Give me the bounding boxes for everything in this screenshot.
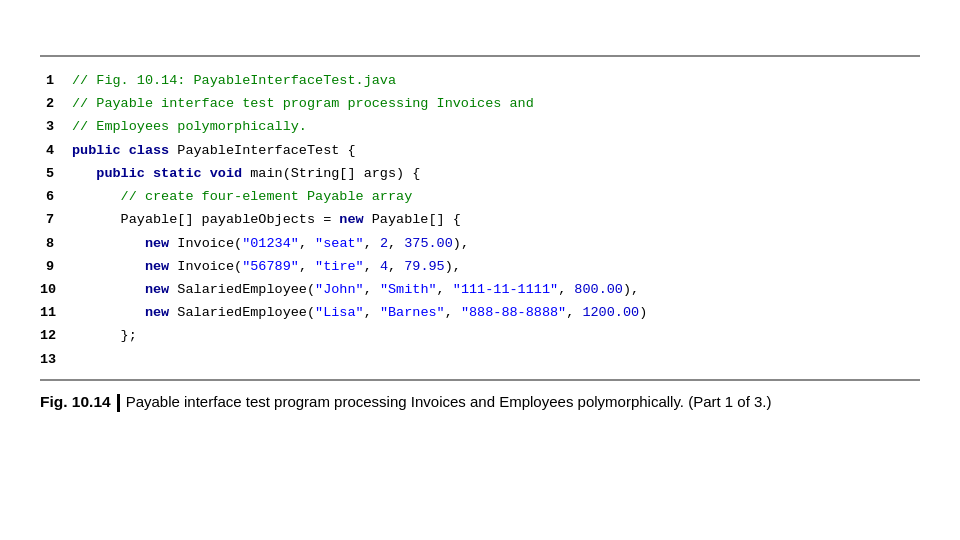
code-segment: ), <box>623 278 639 301</box>
code-segment: Invoice( <box>169 232 242 255</box>
line-number: 3 <box>40 115 72 138</box>
code-segment: "seat" <box>315 232 364 255</box>
code-segment: Payable[] payableObjects = <box>72 208 339 231</box>
line-number: 6 <box>40 185 72 208</box>
line-number: 5 <box>40 162 72 185</box>
code-line: 3// Employees polymorphically. <box>40 115 920 138</box>
code-segment: , <box>445 301 461 324</box>
code-segment: 2 <box>380 232 388 255</box>
line-number: 8 <box>40 232 72 255</box>
code-segment: // create four-element Payable array <box>121 185 413 208</box>
code-line: 6 // create four-element Payable array <box>40 185 920 208</box>
code-segment: new <box>145 301 169 324</box>
code-segment: ) <box>639 301 647 324</box>
code-segment: , <box>437 278 453 301</box>
code-segment: 1200.00 <box>582 301 639 324</box>
code-segment: main(String[] args) { <box>242 162 420 185</box>
code-segment: SalariedEmployee( <box>169 301 315 324</box>
code-segment: // Employees polymorphically. <box>72 115 307 138</box>
code-segment: public static void <box>96 162 242 185</box>
code-line: 4public class PayableInterfaceTest { <box>40 139 920 162</box>
code-segment <box>72 185 121 208</box>
bottom-rule <box>40 379 920 381</box>
code-segment: 79.95 <box>404 255 445 278</box>
code-line: 5 public static void main(String[] args)… <box>40 162 920 185</box>
code-segment <box>72 278 145 301</box>
caption-fig: Fig. 10.14 <box>40 393 111 410</box>
code-line: 11 new SalariedEmployee("Lisa", "Barnes"… <box>40 301 920 324</box>
code-segment: "888-88-8888" <box>461 301 566 324</box>
code-segment: , <box>299 232 315 255</box>
code-segment: "01234" <box>242 232 299 255</box>
line-number: 11 <box>40 301 72 324</box>
caption-bar <box>117 394 120 412</box>
code-segment: "111-11-1111" <box>453 278 558 301</box>
code-line: 12 }; <box>40 324 920 347</box>
code-segment: 800.00 <box>574 278 623 301</box>
page: 1// Fig. 10.14: PayableInterfaceTest.jav… <box>0 55 960 540</box>
code-segment: , <box>299 255 315 278</box>
code-segment: ), <box>453 232 469 255</box>
code-segment: public class <box>72 139 169 162</box>
code-line: 9 new Invoice("56789", "tire", 4, 79.95)… <box>40 255 920 278</box>
code-segment: , <box>388 232 404 255</box>
code-segment: Payable[] { <box>364 208 461 231</box>
code-segment: new <box>145 278 169 301</box>
code-segment: "tire" <box>315 255 364 278</box>
line-number: 7 <box>40 208 72 231</box>
code-segment: }; <box>72 324 137 347</box>
code-segment: 375.00 <box>404 232 453 255</box>
code-segment: new <box>145 232 169 255</box>
code-line: 13 <box>40 348 920 371</box>
code-segment: // Fig. 10.14: PayableInterfaceTest.java <box>72 69 396 92</box>
code-segment: 4 <box>380 255 388 278</box>
caption-text: Payable interface test program processin… <box>126 393 772 410</box>
code-segment <box>72 301 145 324</box>
code-segment: SalariedEmployee( <box>169 278 315 301</box>
code-segment: ), <box>445 255 461 278</box>
code-line: 7 Payable[] payableObjects = new Payable… <box>40 208 920 231</box>
code-segment: , <box>558 278 574 301</box>
code-segment: , <box>388 255 404 278</box>
line-number: 2 <box>40 92 72 115</box>
caption: Fig. 10.14Payable interface test program… <box>40 391 920 413</box>
code-segment: "Smith" <box>380 278 437 301</box>
code-segment: "56789" <box>242 255 299 278</box>
line-number: 12 <box>40 324 72 347</box>
line-number: 10 <box>40 278 72 301</box>
code-segment <box>72 162 96 185</box>
code-segment <box>72 232 145 255</box>
code-segment: new <box>145 255 169 278</box>
code-segment: "John" <box>315 278 364 301</box>
code-segment <box>72 255 145 278</box>
code-line: 2// Payable interface test program proce… <box>40 92 920 115</box>
line-number: 9 <box>40 255 72 278</box>
code-segment: , <box>364 278 380 301</box>
code-segment: , <box>364 301 380 324</box>
code-segment: new <box>339 208 363 231</box>
code-segment: , <box>364 232 380 255</box>
code-line: 10 new SalariedEmployee("John", "Smith",… <box>40 278 920 301</box>
code-line: 1// Fig. 10.14: PayableInterfaceTest.jav… <box>40 69 920 92</box>
line-number: 1 <box>40 69 72 92</box>
code-segment: Invoice( <box>169 255 242 278</box>
code-segment: , <box>566 301 582 324</box>
code-segment: "Lisa" <box>315 301 364 324</box>
code-segment: "Barnes" <box>380 301 445 324</box>
code-segment: PayableInterfaceTest { <box>169 139 355 162</box>
code-block: 1// Fig. 10.14: PayableInterfaceTest.jav… <box>40 69 920 371</box>
line-number: 13 <box>40 348 72 371</box>
top-rule <box>40 55 920 57</box>
code-segment: , <box>364 255 380 278</box>
code-line: 8 new Invoice("01234", "seat", 2, 375.00… <box>40 232 920 255</box>
code-segment: // Payable interface test program proces… <box>72 92 534 115</box>
line-number: 4 <box>40 139 72 162</box>
